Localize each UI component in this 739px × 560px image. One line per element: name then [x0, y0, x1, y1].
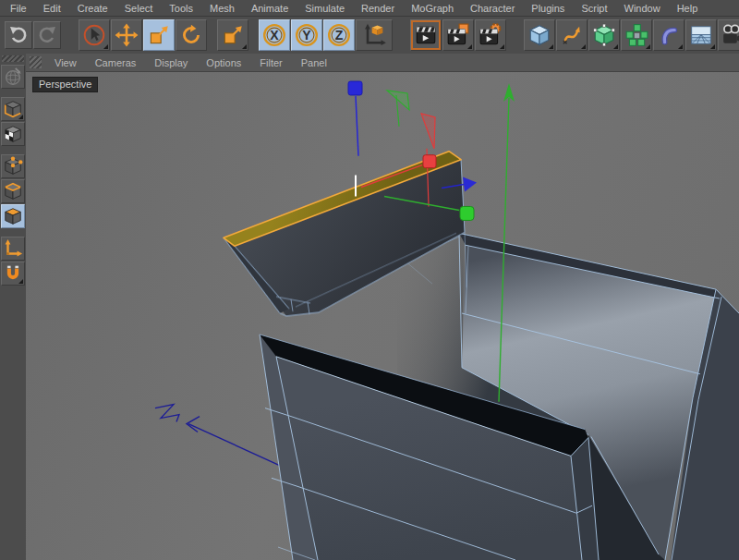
menu-simulate[interactable]: Simulate	[297, 2, 353, 15]
axis-cube-icon	[361, 22, 387, 48]
camera-label[interactable]: Perspective	[32, 77, 98, 92]
spline-pen-icon	[560, 23, 584, 47]
y-axis-lock-icon: Y	[295, 23, 319, 47]
menu-tools[interactable]: Tools	[161, 2, 201, 15]
clapperboard-gear-icon	[479, 23, 503, 47]
viewport-scene	[26, 72, 739, 560]
scale-square-icon	[147, 23, 171, 47]
texture-mode-button[interactable]	[1, 122, 25, 146]
redo-arrow-icon	[36, 24, 58, 46]
checker-cube-icon	[3, 124, 23, 144]
cursor-circle-icon	[82, 23, 106, 47]
lock-y-axis-button[interactable]: Y	[291, 19, 322, 51]
svg-text:Z: Z	[335, 28, 344, 43]
x-axis-lock-icon: X	[262, 23, 286, 47]
menu-script[interactable]: Script	[573, 2, 615, 15]
add-deformer-button[interactable]	[653, 19, 684, 51]
gizmo-plane-handle-green[interactable]	[387, 91, 409, 127]
undo-arrow-icon	[7, 24, 30, 46]
menu-plugins[interactable]: Plugins	[523, 2, 573, 15]
add-camera-button[interactable]	[718, 19, 739, 51]
viewport-menu-display[interactable]: Display	[145, 56, 197, 69]
svg-text:Y: Y	[302, 28, 311, 43]
coordinate-system-button[interactable]	[356, 19, 393, 51]
menu-create[interactable]: Create	[69, 2, 116, 15]
add-modeling-object-button[interactable]	[621, 19, 652, 51]
edges-cube-icon	[3, 181, 23, 201]
clapperboard-icon	[414, 23, 438, 47]
move-cross-icon	[115, 23, 139, 47]
viewport-grip[interactable]	[30, 56, 42, 68]
viewport-menu-options[interactable]: Options	[197, 56, 250, 69]
green-array-icon	[624, 23, 648, 47]
point-mode-button[interactable]	[1, 154, 25, 178]
model-mode-button[interactable]	[1, 97, 25, 121]
rotate-tool-button[interactable]	[176, 19, 207, 51]
add-spline-button[interactable]	[556, 19, 588, 51]
cinema4d-window: { "menubar": {"items": [ {"label":"File"…	[0, 0, 739, 560]
z-axis-label-glyph	[155, 405, 179, 422]
add-cube-button[interactable]	[524, 19, 555, 51]
move-tool-button[interactable]	[111, 19, 142, 51]
render-view-button[interactable]	[410, 19, 442, 51]
floor-grid-icon	[689, 23, 713, 47]
clapperboard-plus-icon	[446, 23, 470, 47]
menu-bar: File Edit Create Select Tools Mesh Anima…	[0, 0, 739, 17]
make-editable-button[interactable]	[1, 65, 25, 89]
model-cube-icon	[3, 99, 23, 119]
undo-button[interactable]	[5, 21, 32, 49]
axis-arrows-icon	[3, 238, 23, 259]
redo-button[interactable]	[33, 21, 61, 49]
enable-axis-button[interactable]	[1, 237, 25, 261]
camera-icon	[721, 23, 739, 47]
scale-square-icon	[221, 23, 245, 47]
points-cube-icon	[3, 156, 23, 177]
menu-window[interactable]: Window	[616, 2, 669, 15]
polygon-cube-icon	[3, 206, 23, 226]
mode-toolbar	[0, 54, 27, 560]
menu-mograph[interactable]: MoGraph	[403, 2, 462, 15]
menu-select[interactable]: Select	[116, 2, 162, 15]
magnet-icon	[3, 263, 23, 284]
lock-x-axis-button[interactable]: X	[259, 19, 290, 51]
viewport-menu-bar: View Cameras Display Options Filter Pane…	[26, 54, 739, 72]
menu-edit[interactable]: Edit	[35, 2, 69, 15]
add-environment-button[interactable]	[685, 19, 717, 51]
menu-help[interactable]: Help	[669, 2, 707, 15]
scale-tool-button[interactable]	[143, 19, 175, 51]
viewport-canvas[interactable]: Perspective	[26, 72, 739, 560]
viewport-menu-filter[interactable]: Filter	[250, 56, 291, 69]
lock-z-axis-button[interactable]: Z	[323, 19, 355, 51]
menu-file[interactable]: File	[2, 2, 35, 15]
blue-cube-icon	[527, 23, 551, 47]
gizmo-z-handle[interactable]	[348, 81, 362, 156]
enable-snap-button[interactable]	[1, 262, 25, 286]
add-generator-button[interactable]	[588, 19, 620, 51]
rotate-circle-icon	[179, 23, 203, 47]
edit-render-settings-button[interactable]	[475, 19, 506, 51]
menu-render[interactable]: Render	[353, 2, 403, 15]
svg-text:X: X	[270, 28, 279, 43]
menu-mesh[interactable]: Mesh	[201, 2, 243, 15]
viewport-menu-panel[interactable]: Panel	[292, 56, 336, 69]
z-axis-lock-icon: Z	[327, 23, 351, 47]
recent-tool-button[interactable]	[217, 19, 248, 51]
editable-sphere-icon	[3, 67, 23, 87]
render-to-picture-viewer-button[interactable]	[442, 19, 474, 51]
z-axis-arrow[interactable]	[155, 405, 279, 466]
edge-mode-button[interactable]	[1, 179, 25, 203]
green-cube-points-icon	[592, 23, 616, 47]
menu-character[interactable]: Character	[462, 2, 523, 15]
polygon-mode-button[interactable]	[1, 204, 25, 228]
toolbar-grip[interactable]	[2, 55, 24, 62]
menu-animate[interactable]: Animate	[243, 2, 297, 15]
main-toolbar: X Y Z	[0, 17, 739, 55]
live-selection-button[interactable]	[79, 19, 110, 51]
purple-bend-icon	[657, 23, 681, 47]
viewport-menu-view[interactable]: View	[45, 56, 86, 69]
viewport-menu-cameras[interactable]: Cameras	[86, 56, 146, 69]
